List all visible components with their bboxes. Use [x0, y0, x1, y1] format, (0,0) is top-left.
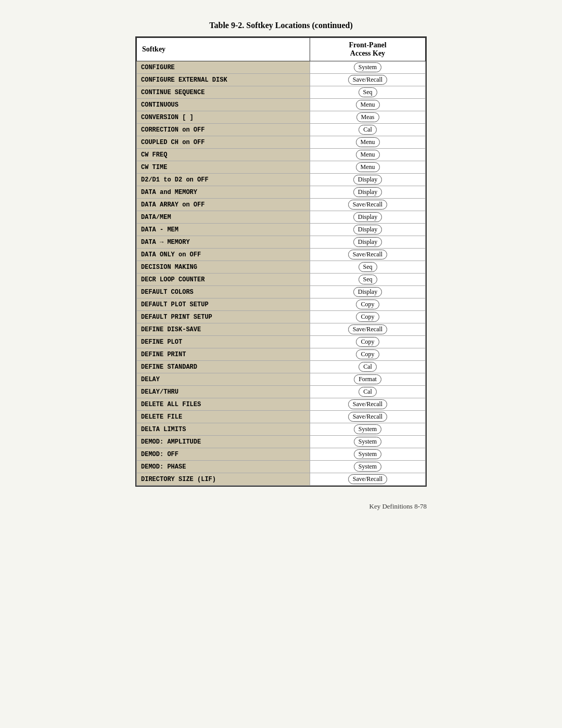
key-cell: Menu	[310, 161, 426, 174]
key-cell: System	[310, 448, 426, 461]
key-cell: Cal	[310, 361, 426, 373]
softkey-cell: CONTINUOUS	[137, 99, 310, 111]
softkey-cell: CONFIGURE EXTERNAL DISK	[137, 74, 310, 86]
softkey-cell: DIRECTORY SIZE (LIF)	[137, 473, 310, 486]
key-cell: Copy	[310, 298, 426, 311]
softkey-cell: DELETE FILE	[137, 411, 310, 423]
softkey-cell: DEFAULT PLOT SETUP	[137, 298, 310, 311]
key-cell: Save/Recall	[310, 199, 426, 211]
table-row: DEMOD: PHASESystem	[137, 461, 426, 473]
softkey-cell: DEFAULT PRINT SETUP	[137, 311, 310, 323]
table-row: CORRECTION on OFFCal	[137, 124, 426, 136]
key-button: Display	[353, 287, 382, 297]
table-row: DECISION MAKINGSeq	[137, 261, 426, 274]
key-cell: Save/Recall	[310, 74, 426, 86]
table-row: DEFINE PRINTCopy	[137, 348, 426, 361]
key-button: Cal	[359, 387, 377, 397]
key-cell: System	[310, 61, 426, 74]
table-row: DATA ONLY on OFFSave/Recall	[137, 249, 426, 261]
table-row: DELETE FILESave/Recall	[137, 411, 426, 423]
key-button: Display	[353, 237, 382, 247]
table-row: DELETE ALL FILESSave/Recall	[137, 398, 426, 411]
key-button: Cal	[359, 362, 377, 372]
table-row: DEFAULT COLORSDisplay	[137, 286, 426, 298]
col-softkey: Softkey	[137, 38, 310, 61]
softkey-cell: COUPLED CH on OFF	[137, 136, 310, 149]
key-cell: Copy	[310, 336, 426, 348]
key-button: Seq	[359, 262, 377, 272]
key-button: Seq	[359, 275, 377, 284]
key-cell: Copy	[310, 311, 426, 323]
key-button: Save/Recall	[348, 474, 387, 484]
key-cell: Seq	[310, 274, 426, 286]
key-cell: Menu	[310, 136, 426, 149]
key-button: Seq	[359, 87, 377, 97]
key-button: Display	[353, 175, 382, 185]
softkey-cell: CONTINUE SEQUENCE	[137, 86, 310, 99]
table-row: COUPLED CH on OFFMenu	[137, 136, 426, 149]
key-cell: Copy	[310, 348, 426, 361]
table-row: DECR LOOP COUNTERSeq	[137, 274, 426, 286]
key-cell: System	[310, 461, 426, 473]
softkey-cell: DATA and MEMORY	[137, 186, 310, 199]
key-button: System	[354, 449, 381, 459]
softkey-cell: D2/D1 to D2 on OFF	[137, 174, 310, 186]
table-row: DIRECTORY SIZE (LIF)Save/Recall	[137, 473, 426, 486]
key-button: Menu	[356, 137, 380, 147]
table-row: DEFINE DISK-SAVESave/Recall	[137, 323, 426, 336]
key-button: Save/Recall	[348, 250, 387, 259]
key-cell: Display	[310, 224, 426, 236]
key-cell: Menu	[310, 149, 426, 161]
table-row: DELAYFormat	[137, 373, 426, 386]
softkey-cell: CORRECTION on OFF	[137, 124, 310, 136]
key-cell: Format	[310, 373, 426, 386]
table-row: DELAY/THRUCal	[137, 386, 426, 398]
softkey-cell: DEMOD: PHASE	[137, 461, 310, 473]
table-row: DEMOD: OFFSystem	[137, 448, 426, 461]
softkey-cell: DELETE ALL FILES	[137, 398, 310, 411]
key-cell: Menu	[310, 99, 426, 111]
softkey-cell: DATA ONLY on OFF	[137, 249, 310, 261]
softkey-cell: DEMOD: OFF	[137, 448, 310, 461]
key-cell: Seq	[310, 261, 426, 274]
softkey-cell: DELTA LIMITS	[137, 423, 310, 436]
table-row: D2/D1 to D2 on OFFDisplay	[137, 174, 426, 186]
key-cell: Display	[310, 286, 426, 298]
softkey-cell: DECR LOOP COUNTER	[137, 274, 310, 286]
page-title: Table 9-2. Softkey Locations (continued)	[209, 21, 352, 30]
table-row: DEMOD: AMPLITUDESystem	[137, 436, 426, 448]
table-row: DATA/MEMDisplay	[137, 211, 426, 224]
key-cell: Meas	[310, 111, 426, 124]
key-cell: Cal	[310, 124, 426, 136]
key-button: Save/Recall	[348, 200, 387, 210]
key-button: Copy	[356, 349, 379, 359]
key-button: Menu	[356, 150, 380, 160]
key-cell: System	[310, 423, 426, 436]
softkey-cell: CONFIGURE	[137, 61, 310, 74]
key-cell: Display	[310, 236, 426, 249]
table-row: CW TIMEMenu	[137, 161, 426, 174]
key-button: Save/Recall	[348, 324, 387, 334]
key-cell: Seq	[310, 86, 426, 99]
key-button: Save/Recall	[348, 412, 387, 422]
key-button: Display	[353, 187, 382, 197]
table-row: DATA ARRAY on OFFSave/Recall	[137, 199, 426, 211]
key-button: Meas	[356, 112, 379, 122]
key-cell: System	[310, 436, 426, 448]
softkey-cell: DATA/MEM	[137, 211, 310, 224]
key-button: Copy	[356, 312, 379, 322]
softkey-cell: DELAY/THRU	[137, 386, 310, 398]
table-row: CONTINUE SEQUENCESeq	[137, 86, 426, 99]
key-button: Cal	[359, 125, 377, 135]
col-access: Front-Panel Access Key	[310, 38, 426, 61]
key-button: Display	[353, 225, 382, 235]
softkey-cell: CW TIME	[137, 161, 310, 174]
softkey-cell: DEFINE PRINT	[137, 348, 310, 361]
softkey-cell: DATA ARRAY on OFF	[137, 199, 310, 211]
table-row: DELTA LIMITSSystem	[137, 423, 426, 436]
key-button: Copy	[356, 337, 379, 347]
key-cell: Display	[310, 211, 426, 224]
softkey-cell: DECISION MAKING	[137, 261, 310, 274]
key-button: System	[354, 424, 381, 434]
table-row: DATA and MEMORYDisplay	[137, 186, 426, 199]
